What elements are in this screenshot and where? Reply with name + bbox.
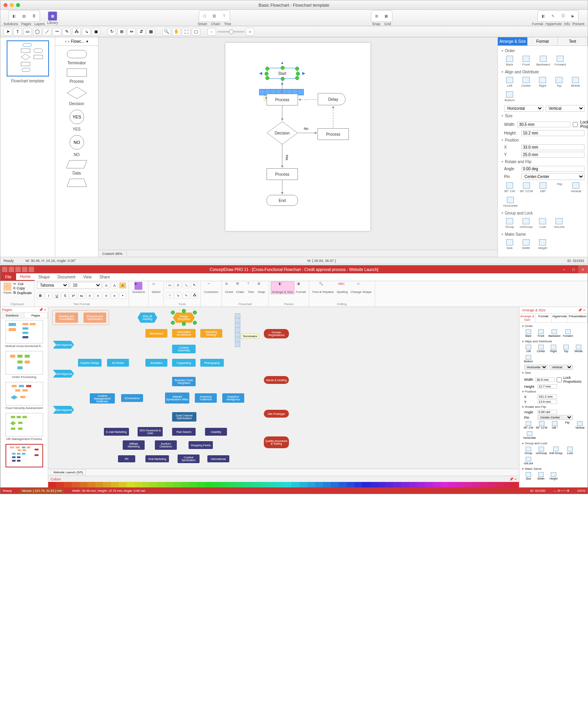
- p2-arrange[interactable]: Arrange & Size: [519, 314, 535, 322]
- order-backward[interactable]: Backward: [536, 56, 550, 66]
- pages-button[interactable]: ▤: [20, 11, 29, 21]
- lock-prop[interactable]: [573, 122, 578, 127]
- milestone[interactable]: Quality Assurance & Testing: [264, 436, 289, 448]
- stencil-terminator[interactable]: [55, 50, 98, 59]
- shape-start[interactable]: Start ▲▼ ◀▶: [267, 68, 298, 79]
- stencil-process[interactable]: [55, 68, 98, 78]
- flip-h[interactable]: Horizontal: [503, 197, 517, 207]
- p2-format[interactable]: Format: [535, 314, 552, 322]
- approve[interactable]: Client Approve: [53, 370, 74, 378]
- stencil-yes[interactable]: YES: [55, 109, 98, 125]
- box[interactable]: Inventory/ Fulfilment: [195, 393, 217, 403]
- box[interactable]: Content Syndication: [178, 454, 200, 463]
- box[interactable]: PR: [118, 455, 135, 462]
- stamp-tool[interactable]: ▣: [92, 28, 100, 36]
- rot-90ccw[interactable]: 90° CCW: [520, 182, 533, 193]
- panel-format[interactable]: ◨Format: [295, 282, 307, 294]
- box-selected[interactable]: Design Templates: [173, 313, 195, 323]
- align-top[interactable]: Top: [553, 77, 565, 87]
- paste-button[interactable]: 📋Paste: [3, 283, 12, 294]
- zoom-in[interactable]: +: [246, 28, 254, 36]
- approve[interactable]: Client Approve: [53, 406, 74, 414]
- file-tab[interactable]: File: [0, 273, 16, 281]
- align-left[interactable]: Left: [503, 77, 516, 87]
- bold[interactable]: B: [37, 293, 44, 299]
- stencil-decision[interactable]: [55, 87, 98, 100]
- box[interactable]: International: [207, 455, 229, 462]
- tab-document[interactable]: Document: [54, 273, 80, 281]
- align-tool[interactable]: ⊞: [117, 28, 126, 36]
- box[interactable]: Affiliate Marketing: [123, 440, 145, 450]
- btn-ungroup[interactable]: UnGroup: [520, 218, 532, 229]
- pp-thumb[interactable]: [5, 351, 43, 374]
- box[interactable]: Shopping Feeds: [189, 441, 213, 449]
- box[interactable]: Analytics/ Intelligence: [222, 393, 244, 403]
- canvas2[interactable]: Meeting and Consultation Proposal and Sp…: [48, 307, 519, 469]
- box[interactable]: Auction/ Clearance: [155, 440, 177, 450]
- btn-group[interactable]: Group: [503, 218, 516, 229]
- present-button[interactable]: ▶: [568, 11, 577, 21]
- shape-decision[interactable]: Decision: [267, 121, 298, 145]
- dist-tool[interactable]: ⇔: [127, 28, 136, 36]
- p2-pres[interactable]: Presentation: [568, 314, 588, 322]
- milestone[interactable]: Domain Registrations: [264, 329, 289, 338]
- connector-tool[interactable]: ↘: [82, 28, 91, 36]
- same-width[interactable]: Width: [520, 239, 532, 250]
- box[interactable]: Wireframes: [145, 329, 167, 338]
- copy-button[interactable]: ⎘ Copy: [13, 286, 32, 290]
- actual-tool[interactable]: ▢: [192, 28, 200, 36]
- find-btn[interactable]: 🔍Find & Replace: [312, 282, 335, 294]
- solutions-btn[interactable]: ◆Solutions: [131, 282, 146, 294]
- tree-button[interactable]: ⊤: [220, 11, 229, 21]
- text-tool[interactable]: T: [13, 28, 22, 36]
- rot-180[interactable]: 180°: [537, 182, 549, 193]
- box[interactable]: Copywriting: [172, 359, 196, 367]
- zoom-out[interactable]: −: [207, 28, 216, 36]
- info-button[interactable]: ⓘ: [558, 11, 568, 21]
- format-button[interactable]: ◧: [539, 11, 548, 21]
- btn-lock[interactable]: Lock: [536, 218, 549, 229]
- color-bar[interactable]: [48, 482, 519, 487]
- library-button[interactable]: ▦: [48, 11, 57, 21]
- o-bwd[interactable]: Backward: [548, 329, 561, 337]
- tree-btn[interactable]: ⊤Tree: [246, 282, 256, 294]
- connector-btn[interactable]: ⤳Connector: [203, 282, 219, 294]
- smart-button[interactable]: ⬡: [200, 11, 209, 21]
- hypernote-button[interactable]: ✎: [548, 11, 558, 21]
- order-back[interactable]: Back: [503, 56, 516, 66]
- min-button[interactable]: −: [559, 265, 569, 273]
- rot-90cw[interactable]: 90° CW: [503, 182, 516, 193]
- pp-thumb[interactable]: [5, 320, 43, 344]
- box[interactable]: Usability: [205, 428, 227, 436]
- box[interactable]: Intranet Syndication/ Wikis: [165, 393, 189, 404]
- p2-hyper[interactable]: Hypernote: [552, 314, 568, 322]
- pin-icon[interactable]: 📌 ×: [39, 308, 46, 312]
- box[interactable]: eCommerce: [121, 394, 143, 402]
- box[interactable]: Marketing Strategy: [200, 329, 222, 338]
- stencil-extra[interactable]: [55, 178, 98, 188]
- box[interactable]: Graphic Design: [78, 359, 102, 367]
- font-name[interactable]: Tahoma: [37, 282, 69, 289]
- x-input[interactable]: [521, 144, 584, 150]
- box[interactable]: Photography: [200, 359, 224, 367]
- box[interactable]: Content Management/ Database: [90, 393, 115, 404]
- width-input[interactable]: [517, 122, 570, 127]
- layers-button[interactable]: ≣: [29, 11, 39, 21]
- font-size[interactable]: 10: [70, 282, 102, 289]
- approve[interactable]: Client Approve: [53, 341, 74, 349]
- o-front[interactable]: Front: [536, 329, 546, 337]
- tab-view[interactable]: View: [79, 273, 96, 281]
- pointer-tool[interactable]: ➤: [4, 28, 12, 36]
- height-input[interactable]: [521, 130, 584, 136]
- page[interactable]: Start ▲▼ ◀▶ Process Process Delay: [225, 43, 370, 231]
- dist-h[interactable]: Horizontal: [504, 105, 543, 112]
- angle-input[interactable]: [521, 166, 584, 172]
- shape-delay[interactable]: Delay: [318, 93, 349, 105]
- align-bottom[interactable]: Bottom: [503, 91, 516, 102]
- tab-share[interactable]: Share: [96, 273, 114, 281]
- tab-text[interactable]: Text: [558, 37, 588, 46]
- win-titlebar[interactable]: ConceptDraw PRO 11 - [Cross-Functional F…: [0, 265, 588, 273]
- box[interactable]: Business Tools Integration: [172, 377, 196, 386]
- box[interactable]: Paid Search: [172, 428, 196, 436]
- same-size[interactable]: Size: [503, 239, 516, 250]
